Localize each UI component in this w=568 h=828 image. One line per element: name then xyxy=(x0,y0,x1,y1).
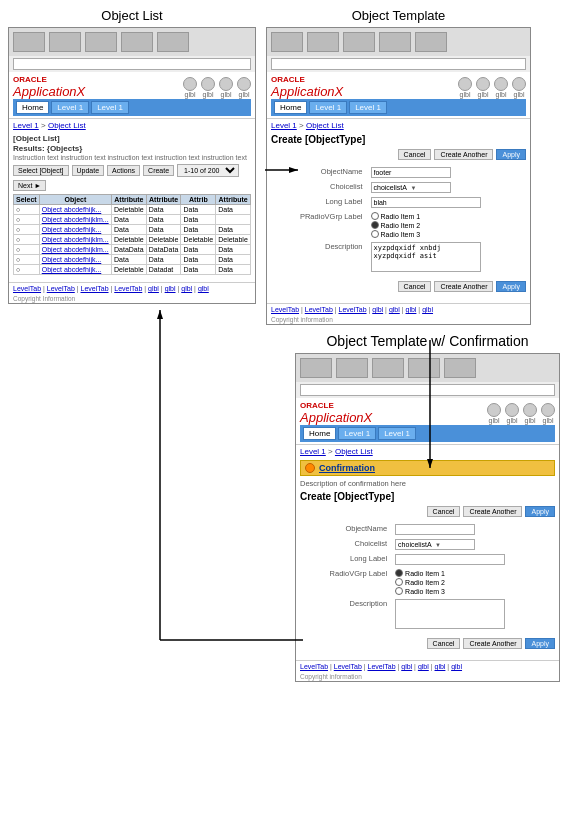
footer-leveltab-3[interactable]: LevelTab xyxy=(81,285,109,292)
create-another-btn-bottom-conf[interactable]: Create Another xyxy=(463,638,522,649)
conf-long-label-input[interactable] xyxy=(395,554,505,565)
dropdown-arrow-icon: ▼ xyxy=(411,185,448,191)
ft-leveltab-2[interactable]: LevelTab xyxy=(305,306,333,313)
conf-radio-item-2[interactable]: Radio Item 2 xyxy=(395,578,551,586)
nav-level1b-conf[interactable]: Level 1 xyxy=(378,427,416,440)
next-btn[interactable]: Next ► xyxy=(13,180,46,191)
pagination-select[interactable]: 1-10 of 200 xyxy=(177,164,239,177)
conf-choicelist-select[interactable]: choicelistA ▼ xyxy=(395,539,475,550)
radio-item-1[interactable]: Radio Item 1 xyxy=(371,212,523,220)
long-label-input[interactable] xyxy=(371,197,481,208)
ft-glbl-4[interactable]: glbl xyxy=(422,306,433,313)
footer-glbl-2[interactable]: glbl xyxy=(165,285,176,292)
breadcrumb-link-list[interactable]: Level 1 xyxy=(13,121,39,130)
cancel-btn-tmpl[interactable]: Cancel xyxy=(398,149,432,160)
select-object-btn[interactable]: Select [Object] xyxy=(13,165,69,176)
cell-obj[interactable]: Object abcdefhijklm... xyxy=(39,215,111,225)
radio-item-label-3: Radio Item 3 xyxy=(381,231,421,238)
cell-a3: Data xyxy=(181,205,216,215)
nav-thumb-3 xyxy=(85,32,117,52)
nav-level1-tmpl[interactable]: Level 1 xyxy=(309,101,347,114)
obj-name-input[interactable] xyxy=(371,167,451,178)
header-icon-3 xyxy=(219,77,233,91)
nav-home-list[interactable]: Home xyxy=(16,101,49,114)
cell-obj[interactable]: Object abcdefhijk... xyxy=(39,225,111,235)
fc-leveltab-2[interactable]: LevelTab xyxy=(334,663,362,670)
desc-textarea[interactable]: xyzpdqxidf xnbdj xyzpdqxidf asit xyxy=(371,242,481,272)
nav-home-tmpl[interactable]: Home xyxy=(274,101,307,114)
cell-select: ○ xyxy=(14,235,40,245)
conf-obj-name-input[interactable] xyxy=(395,524,475,535)
nav-level1b-list[interactable]: Level 1 xyxy=(91,101,129,114)
fc-leveltab-3[interactable]: LevelTab xyxy=(368,663,396,670)
apply-btn-bottom-tmpl[interactable]: Apply xyxy=(496,281,526,292)
table-row: ○ Object abcdefhijklm... Data Data Data xyxy=(14,215,251,225)
radio-item-2[interactable]: Radio Item 2 xyxy=(371,221,523,229)
update-btn[interactable]: Update xyxy=(72,165,105,176)
cell-obj[interactable]: Object abcdefhijk... xyxy=(39,265,111,275)
nav-home-conf[interactable]: Home xyxy=(303,427,336,440)
bc-objlist-conf[interactable]: Object List xyxy=(335,447,373,456)
search-input-conf[interactable] xyxy=(300,384,555,396)
fc-glbl-3[interactable]: glbl xyxy=(435,663,446,670)
create-another-btn-tmpl[interactable]: Create Another xyxy=(434,149,493,160)
cell-a2: Data xyxy=(146,255,181,265)
fc-glbl-2[interactable]: glbl xyxy=(418,663,429,670)
cell-select: ○ xyxy=(14,225,40,235)
search-input-bar[interactable] xyxy=(13,58,251,70)
apply-btn-conf[interactable]: Apply xyxy=(525,506,555,517)
footer-glbl-3[interactable]: glbl xyxy=(181,285,192,292)
footer-leveltab-2[interactable]: LevelTab xyxy=(47,285,75,292)
icon-label-2: glbl xyxy=(203,91,214,98)
ft-glbl-3[interactable]: glbl xyxy=(406,306,417,313)
bottom-row: Object Template w/ Confirmation xyxy=(8,333,560,682)
confirmation-icon xyxy=(305,463,315,473)
ft-glbl-1[interactable]: glbl xyxy=(372,306,383,313)
conf-radio-item-1[interactable]: Radio Item 1 xyxy=(395,569,551,577)
apply-btn-bottom-conf[interactable]: Apply xyxy=(525,638,555,649)
apply-btn-tmpl[interactable]: Apply xyxy=(496,149,526,160)
form-title-tmpl: Create [ObjectType] xyxy=(271,134,526,145)
bc-level1-tmpl[interactable]: Level 1 xyxy=(271,121,297,130)
search-input-tmpl[interactable] xyxy=(271,58,526,70)
nav-level1-list[interactable]: Level 1 xyxy=(51,101,89,114)
toolbar-list: Select [Object] Update Actions Create 1-… xyxy=(13,164,251,191)
choicelist-select[interactable]: choicelistA ▼ xyxy=(371,182,451,193)
cancel-btn-bottom-conf[interactable]: Cancel xyxy=(427,638,461,649)
create-another-btn-conf[interactable]: Create Another xyxy=(463,506,522,517)
ft-leveltab-3[interactable]: LevelTab xyxy=(339,306,367,313)
app-name-conf: ApplicationX xyxy=(300,410,372,425)
breadcrumb-objectlist[interactable]: Object List xyxy=(48,121,86,130)
footer-leveltab-1[interactable]: LevelTab xyxy=(13,285,41,292)
create-btn-list[interactable]: Create xyxy=(143,165,174,176)
fc-glbl-1[interactable]: glbl xyxy=(401,663,412,670)
actions-btn[interactable]: Actions xyxy=(107,165,140,176)
oracle-header-tmpl: ORACLE ApplicationX glbl glbl glbl glbl … xyxy=(267,72,530,119)
cancel-btn-conf[interactable]: Cancel xyxy=(427,506,461,517)
col-attr3: Attrib xyxy=(181,195,216,205)
cell-obj[interactable]: Object abcdefhijk... xyxy=(39,205,111,215)
nav-level1b-tmpl[interactable]: Level 1 xyxy=(349,101,387,114)
footer-glbl-1[interactable]: glbl xyxy=(148,285,159,292)
form-actions-top-conf: Cancel Create Another Apply xyxy=(300,506,555,517)
cell-obj[interactable]: Object abcdefhijklm... xyxy=(39,245,111,255)
cancel-btn-bottom-tmpl[interactable]: Cancel xyxy=(398,281,432,292)
conf-radio-item-3[interactable]: Radio Item 3 xyxy=(395,587,551,595)
table-row: ○ Object abcdefhijk... Data Data Data Da… xyxy=(14,255,251,265)
cell-obj[interactable]: Object abcdefhijklm... xyxy=(39,235,111,245)
create-another-btn-bottom-tmpl[interactable]: Create Another xyxy=(434,281,493,292)
ft-glbl-2[interactable]: glbl xyxy=(389,306,400,313)
footer-glbl-4[interactable]: glbl xyxy=(198,285,209,292)
cell-obj[interactable]: Object abcdefhijk... xyxy=(39,255,111,265)
col-object: Object xyxy=(39,195,111,205)
ft-leveltab-1[interactable]: LevelTab xyxy=(271,306,299,313)
icon-label-1: glbl xyxy=(185,91,196,98)
footer-leveltab-4[interactable]: LevelTab xyxy=(114,285,142,292)
conf-desc-textarea[interactable] xyxy=(395,599,505,629)
fc-glbl-4[interactable]: glbl xyxy=(451,663,462,670)
bc-objlist-tmpl[interactable]: Object List xyxy=(306,121,344,130)
radio-item-3[interactable]: Radio Item 3 xyxy=(371,230,523,238)
bc-level1-conf[interactable]: Level 1 xyxy=(300,447,326,456)
nav-level1-conf[interactable]: Level 1 xyxy=(338,427,376,440)
fc-leveltab-1[interactable]: LevelTab xyxy=(300,663,328,670)
